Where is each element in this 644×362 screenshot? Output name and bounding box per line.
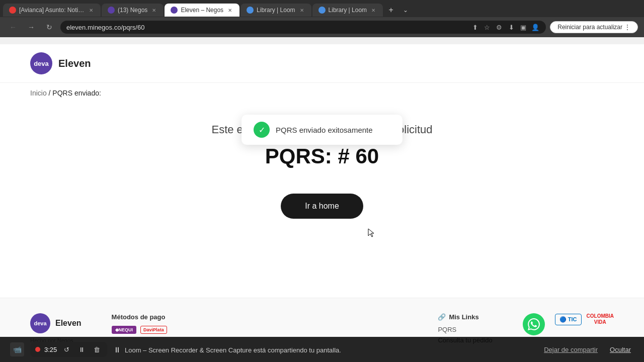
brand-logos: 🔵TIC COLOMBIAVIDA [555,313,614,325]
rec-dot [35,347,40,352]
toast-success-icon: ✓ [254,122,270,138]
forward-button[interactable]: → [24,20,38,34]
sidebar-icon[interactable]: ▣ [519,23,528,32]
breadcrumb: Inicio / PQRS enviado: [0,83,644,103]
loom-timer: 3:25 [44,346,57,353]
reiniciar-label: Reiniciar para actualizar [557,24,622,31]
loom-stop-button[interactable]: 🗑 [91,344,102,355]
loom-camera-icon: 📹 [10,342,24,356]
bookmark-icon[interactable]: ☆ [482,23,492,32]
footer-payment-section: Métodos de pago ◆NEQUI DaviPlata [112,313,408,334]
footer-logo-avatar: deva [30,313,50,333]
back-button[interactable]: ← [6,20,20,34]
loom-recording-bar: 📹 3:25 ↺ ⏸ 🗑 ⏸ Loom – Screen Recorder & … [0,337,644,362]
tab-negos-title: (13) Negos [118,7,147,14]
tab-eleven[interactable]: Eleven – Negos ✕ [165,4,239,17]
tab-negos[interactable]: (13) Negos ✕ [102,4,164,17]
logo-initials: deva [34,60,49,67]
share-icon[interactable]: ⬆ [470,23,479,32]
tab-loom1-title: Library | Loom [257,7,295,14]
extensions-icon[interactable]: ⚙ [495,23,504,32]
loom-pause-icon: ⏸ [113,345,121,354]
pqrs-number: PQRS: # 60 [10,144,634,168]
footer-right: 🔵TIC COLOMBIAVIDA [523,313,614,335]
footer-brand-name: Eleven [55,319,82,328]
tab-bar: [Avianca] Asunto: Notifica... ✕ (13) Neg… [0,0,644,17]
tab-loom2-close[interactable]: ✕ [370,7,377,14]
toast: ✓ PQRS enviado exitosamente [242,115,403,145]
reload-button[interactable]: ↻ [42,20,56,34]
loom-message-text: Loom – Screen Recorder & Screen Capture … [125,346,341,354]
link-icon: 🔗 [438,313,446,321]
tab-negos-close[interactable]: ✕ [150,7,157,14]
download-icon[interactable]: ⬇ [507,23,516,32]
footer-links-label: Mis Links [449,313,478,321]
tab-loom2[interactable]: Library | Loom ✕ [312,4,383,17]
colombia-vida-logo: COLOMBIAVIDA [587,313,614,325]
tab-loom2-title: Library | Loom [329,7,367,14]
footer-payment-icons: ◆NEQUI DaviPlata [112,326,408,334]
address-bar[interactable]: eleven.minegos.co/pqrs/60 ⬆ ☆ ⚙ ⬇ ▣ 👤 [60,21,546,34]
whatsapp-button[interactable] [523,313,545,335]
tab-overflow-button[interactable]: ⌄ [399,7,412,14]
loom-message: ⏸ Loom – Screen Recorder & Screen Captur… [113,345,535,354]
browser-chrome: [Avianca] Asunto: Notifica... ✕ (13) Neg… [0,0,644,37]
brand-name: Eleven [58,58,91,69]
breadcrumb-inicio[interactable]: Inicio [30,89,47,97]
tab-avianca-title: [Avianca] Asunto: Notifica... [19,7,85,14]
nequi-badge: ◆NEQUI [112,326,137,334]
address-text: eleven.minegos.co/pqrs/60 [66,24,466,31]
tab-loom1-close[interactable]: ✕ [298,7,305,14]
tab-avianca-close[interactable]: ✕ [88,7,95,14]
tab-eleven-close[interactable]: ✕ [226,7,233,14]
daviplata-badge: DaviPlata [140,326,167,334]
loom-timer-controls: 3:25 ↺ ⏸ 🗑 [30,342,107,357]
tab-avianca[interactable]: [Avianca] Asunto: Notifica... ✕ [3,4,101,17]
logo-avatar: deva [30,52,52,74]
toast-message: PQRS enviado exitosamente [276,126,373,134]
footer-logo-initials: deva [34,320,46,326]
footer-links-title: 🔗 Mis Links [438,313,492,321]
address-bar-row: ← → ↻ eleven.minegos.co/pqrs/60 ⬆ ☆ ⚙ ⬇ … [0,17,644,37]
new-tab-button[interactable]: + [384,3,398,17]
loom-rewind-button[interactable]: ↺ [61,344,72,355]
footer-link-pqrs[interactable]: PQRS [438,326,492,333]
home-button[interactable]: Ir a home [281,194,363,219]
loom-dejar-button[interactable]: Dejar de compartir [541,346,601,353]
breadcrumb-current: PQRS enviado: [52,89,101,97]
tab-eleven-title: Eleven – Negos [181,7,223,14]
tab-loom1[interactable]: Library | Loom ✕ [240,4,311,17]
loom-pause-button[interactable]: ⏸ [76,344,87,355]
reiniciar-chevron-icon: ⋮ [624,24,630,31]
profile-icon[interactable]: 👤 [531,23,540,32]
footer-payment-title: Métodos de pago [112,313,408,321]
site-header: deva Eleven [0,44,644,83]
toast-wrapper: ✓ PQRS enviado exitosamente [242,115,403,145]
page-wrapper: deva Eleven ✓ PQRS enviado exitosamente … [0,44,644,362]
reiniciar-button[interactable]: Reiniciar para actualizar ⋮ [550,21,638,33]
address-icons: ⬆ ☆ ⚙ ⬇ ▣ 👤 [470,23,540,32]
tic-logo: 🔵TIC [555,314,582,325]
loom-ocultar-button[interactable]: Ocultar [607,346,634,353]
